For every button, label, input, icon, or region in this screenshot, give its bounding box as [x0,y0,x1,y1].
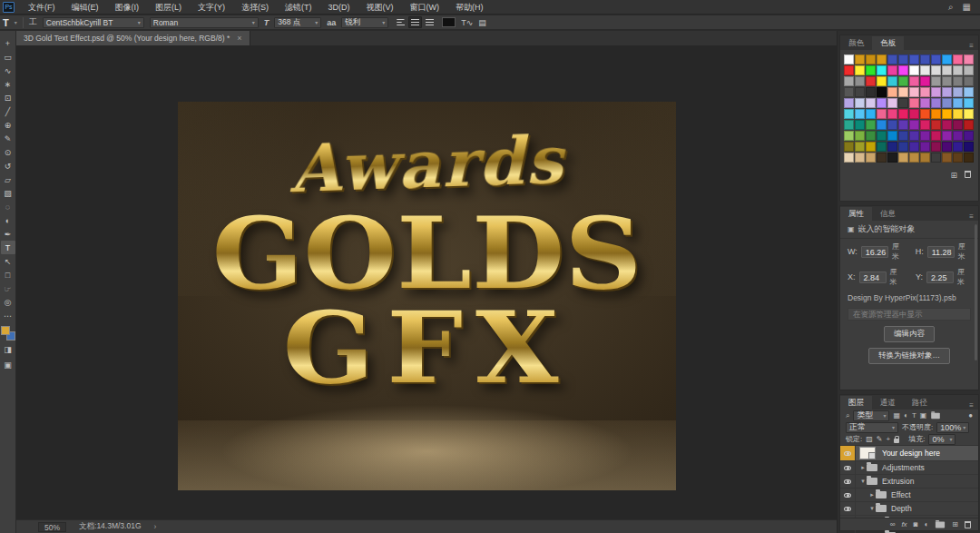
swatch-r4c1[interactable] [855,98,865,108]
swatch-r0c3[interactable] [877,54,887,64]
layer-filter-select[interactable]: 类型▾ [853,410,889,421]
swatch-r1c11[interactable] [964,65,974,75]
menu-帮助[interactable]: 帮助(H) [447,0,492,15]
swatch-r6c6[interactable] [909,120,919,130]
filter-shape-layers-icon[interactable]: ▣ [920,411,927,419]
swatch-r4c6[interactable] [909,98,919,108]
history-brush-tool-icon[interactable]: ↺ [1,159,15,173]
swatch-r5c10[interactable] [953,109,963,119]
swatch-r2c7[interactable] [920,76,930,86]
expand-caret-icon[interactable]: ▸ [859,464,867,471]
swatch-r5c11[interactable] [964,109,974,119]
swatch-r7c7[interactable] [920,131,930,141]
swatch-r3c7[interactable] [920,87,930,97]
new-swatch-icon[interactable]: ⊞ [950,171,957,180]
visibility-toggle[interactable] [840,461,856,474]
swatch-r6c2[interactable] [866,120,876,130]
height-field[interactable]: 11.28 [927,246,955,258]
visibility-toggle[interactable] [840,489,856,501]
status-options-arrow-icon[interactable]: › [154,522,157,531]
lasso-tool-icon[interactable]: ∿ [1,64,15,77]
swatch-r5c2[interactable] [866,109,876,119]
swatch-r8c4[interactable] [887,142,897,152]
swatch-r9c8[interactable] [931,153,941,163]
opacity-select[interactable]: 100%▾ [936,422,969,433]
swatch-r2c4[interactable] [887,76,897,86]
width-field[interactable]: 16.26 [861,246,888,258]
swatch-r7c9[interactable] [942,131,952,141]
swatch-r0c10[interactable] [953,54,963,64]
expand-caret-icon[interactable]: ▸ [868,491,876,498]
swatch-r6c5[interactable] [898,120,908,130]
swatch-r2c10[interactable] [953,76,963,86]
layer-thumbnail[interactable] [859,447,876,459]
tab-layers[interactable]: 图层 [840,396,872,410]
eyedropper-tool-icon[interactable]: ╱ [1,104,15,118]
edit-contents-button[interactable]: 编辑内容 [884,326,935,342]
layer-row-depth[interactable]: ▾Depth [840,502,978,516]
swatch-r5c4[interactable] [887,109,897,119]
swatch-r1c8[interactable] [931,65,941,75]
swatch-r4c8[interactable] [931,98,941,108]
swatch-r0c4[interactable] [887,54,897,64]
layer-mask-icon[interactable]: ◙ [914,520,918,528]
gradient-tool-icon[interactable]: ▧ [1,186,15,200]
swatch-r8c8[interactable] [931,142,941,152]
swatch-r5c5[interactable] [898,109,908,119]
text-orientation-icon[interactable]: 工 [29,16,37,28]
swatch-r2c6[interactable] [909,76,919,86]
filter-type-layers-icon[interactable]: T [912,411,916,419]
swatch-r0c6[interactable] [909,54,919,64]
swatch-r7c11[interactable] [964,131,974,141]
swatch-r2c11[interactable] [964,76,974,86]
canvas-area[interactable]: Awards GOLDS GFX [16,45,837,519]
menu-图层[interactable]: 图层(L) [147,0,190,15]
swatch-r8c0[interactable] [844,142,854,152]
clone-stamp-tool-icon[interactable]: ⊙ [1,145,15,159]
swatch-r9c10[interactable] [953,153,963,163]
foreground-color-swatch[interactable] [1,326,10,335]
swatch-r1c5[interactable] [898,65,908,75]
tab-paths[interactable]: 路径 [904,396,936,410]
swatch-r1c4[interactable] [887,65,897,75]
swatch-r2c5[interactable] [898,76,908,86]
menu-窗口[interactable]: 窗口(W) [402,0,448,15]
adjustment-layer-icon[interactable]: ◐ [924,520,928,528]
swatch-r2c8[interactable] [931,76,941,86]
lock-all-icon[interactable] [894,439,899,443]
y-field[interactable]: 2.25 [926,271,954,283]
menu-选择[interactable]: 选择(S) [233,0,277,15]
swatch-r4c2[interactable] [866,98,876,108]
swatch-r4c10[interactable] [953,98,963,108]
swatch-r9c0[interactable] [844,153,854,163]
zoom-level-field[interactable]: 50% [38,522,66,532]
x-field[interactable]: 2.84 [859,271,887,283]
swatch-r8c10[interactable] [953,142,963,152]
pen-tool-icon[interactable]: ✒ [1,227,15,241]
swatch-r2c0[interactable] [844,76,854,86]
filter-toggle-icon[interactable]: ● [968,411,973,419]
delete-layer-icon[interactable] [965,521,971,528]
swatch-r7c3[interactable] [877,131,887,141]
swatch-r6c3[interactable] [877,120,887,130]
swatch-r3c8[interactable] [931,87,941,97]
dodge-tool-icon[interactable]: ◐ [1,213,15,227]
swatch-r9c6[interactable] [909,153,919,163]
properties-scrollbar[interactable] [975,224,977,360]
swatch-r6c11[interactable] [964,120,974,130]
tab-color[interactable]: 颜色 [840,36,872,50]
more-tools-icon[interactable]: ⋯ [1,309,15,322]
visibility-toggle[interactable] [840,446,856,460]
text-color-swatch[interactable] [442,17,456,27]
swatch-r1c6[interactable] [909,65,919,75]
eraser-tool-icon[interactable]: ▱ [1,173,15,186]
new-layer-icon[interactable]: ⊞ [952,520,958,528]
lock-position-icon[interactable]: + [887,435,891,443]
swatch-r7c5[interactable] [898,131,908,141]
swatch-r3c1[interactable] [855,87,865,97]
visibility-toggle[interactable] [840,502,856,515]
swatch-r9c11[interactable] [964,153,974,163]
swatch-r8c9[interactable] [942,142,952,152]
swatch-r5c7[interactable] [920,109,930,119]
delete-swatch-icon[interactable] [965,171,971,178]
